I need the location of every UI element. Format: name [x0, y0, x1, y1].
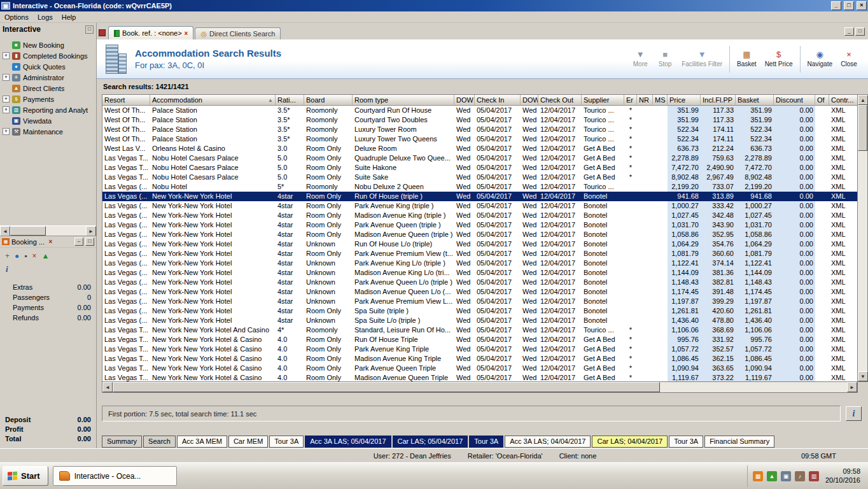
- horizontal-scrollbar-track[interactable]: [660, 382, 847, 392]
- table-row[interactable]: Las Vegas T...Nobu Hotel Caesars Palace5…: [102, 153, 857, 163]
- add-passenger-icon[interactable]: ▪: [24, 252, 27, 260]
- sidebar-item-payments[interactable]: +$Payments: [0, 94, 96, 104]
- scroll-right-icon[interactable]: ►: [847, 382, 857, 392]
- scroll-right-icon[interactable]: ►: [86, 226, 96, 236]
- scrollbar-thumb[interactable]: [10, 226, 46, 236]
- scroll-left-icon[interactable]: ◄: [0, 226, 10, 236]
- tab-menu-icon[interactable]: [99, 29, 106, 36]
- expand-plus-icon[interactable]: +: [3, 74, 10, 81]
- booking-info-icon[interactable]: i: [0, 264, 96, 276]
- stop-button[interactable]: ■Stop: [654, 45, 676, 74]
- bottom-tab-tour-3a-7[interactable]: Tour 3A: [469, 436, 503, 448]
- bottom-tab-car-las-05-04-2017-6[interactable]: Car LAS; 05/04/2017: [393, 436, 468, 448]
- column-header-nr[interactable]: NR: [637, 95, 653, 106]
- bottom-tab-acc-3a-las-04-04-2017-8[interactable]: Acc 3A LAS; 04/04/2017: [505, 436, 591, 448]
- expand-plus-icon[interactable]: +: [3, 106, 10, 113]
- table-row[interactable]: Las Vegas (...Nobu Hotel5*RoomonlyNobu D…: [102, 182, 857, 192]
- table-row[interactable]: Las Vegas (...New York-New York Hotel4st…: [102, 316, 857, 325]
- start-button[interactable]: Start: [3, 466, 48, 486]
- minimize-button[interactable]: _: [831, 1, 841, 10]
- sidebar-item-reporting-and-analytics[interactable]: +▥Reporting and Analyt: [0, 104, 96, 115]
- close-button[interactable]: ×: [857, 1, 867, 10]
- tray-chart-icon[interactable]: ▲: [767, 471, 777, 481]
- column-header-of[interactable]: Of: [815, 95, 829, 106]
- column-header-resort[interactable]: Resort: [102, 95, 150, 106]
- bottom-tab-car-mem-3[interactable]: Car MEM: [228, 436, 268, 448]
- menu-logs[interactable]: Logs: [33, 12, 57, 22]
- table-row[interactable]: West Of Th...Palace Station3.5*RoomonlyL…: [102, 134, 857, 144]
- menu-help[interactable]: Help: [57, 12, 81, 22]
- sidebar-item-maintenance[interactable]: +⚒Maintenance: [0, 126, 96, 137]
- column-header-accommodation[interactable]: Accommodation▲: [150, 95, 276, 106]
- vertical-scrollbar[interactable]: ▲ ▼: [858, 94, 868, 382]
- table-row[interactable]: Las Vegas (...New York-New York Hotel4st…: [102, 211, 857, 220]
- bottom-tab-summary-0[interactable]: Summary: [102, 436, 142, 448]
- taskbar-task-button[interactable]: Interactive - Ocea...: [53, 466, 177, 486]
- booking-maximize-button[interactable]: □: [85, 237, 94, 246]
- taskbar-clock[interactable]: 09:58 20/10/2016: [823, 467, 860, 485]
- restore-button[interactable]: □: [844, 1, 854, 10]
- table-row[interactable]: Las Vegas T...New York New York Hotel & …: [102, 344, 857, 354]
- bottom-tab-tour-3a-4[interactable]: Tour 3A: [269, 436, 304, 448]
- sidebar-item-quick-quotes[interactable]: ●Quick Quotes: [0, 61, 96, 72]
- table-row[interactable]: West Of Th...Palace Station3.5*RoomonlyC…: [102, 106, 857, 115]
- table-row[interactable]: Las Vegas (...New York-New York Hotel4st…: [102, 306, 857, 316]
- column-header-contr[interactable]: Contr...: [829, 95, 858, 106]
- add-icon[interactable]: +: [5, 252, 10, 260]
- menu-options[interactable]: Options: [0, 12, 33, 22]
- tab-close-icon[interactable]: ×: [185, 30, 188, 37]
- info-button[interactable]: i: [846, 406, 862, 421]
- column-header-incl-fl-pp[interactable]: Incl.Fl.PP: [701, 95, 736, 106]
- table-row[interactable]: West Of Th...Palace Station3.5*RoomonlyC…: [102, 115, 857, 125]
- table-row[interactable]: Las Vegas (...New York-New York Hotel4st…: [102, 287, 857, 297]
- mdi-minimize-button[interactable]: _: [844, 27, 854, 36]
- scrollbar-track[interactable]: [46, 226, 86, 236]
- panel-collapse-button[interactable]: □: [85, 25, 94, 34]
- bottom-tab-car-las-04-04-2017-9[interactable]: Car LAS; 04/04/2017: [592, 436, 668, 448]
- table-row[interactable]: Las Vegas (...New York-New York Hotel4st…: [102, 259, 857, 268]
- column-header-dow[interactable]: DOW: [454, 95, 475, 106]
- navigate-button[interactable]: ◉Navigate: [804, 45, 836, 74]
- export-icon[interactable]: ▲: [42, 252, 50, 260]
- column-header-rati[interactable]: Rati...: [276, 95, 304, 106]
- table-row[interactable]: Las Vegas (...New York-New York Hotel4st…: [102, 297, 857, 306]
- tab-booking-ref[interactable]: Book. ref. : <none> ×: [108, 26, 193, 39]
- bottom-tab-acc-3a-mem-2[interactable]: Acc 3A MEM: [177, 436, 227, 448]
- bottom-tab-search-1[interactable]: Search: [143, 436, 176, 448]
- column-header-board[interactable]: Board: [304, 95, 353, 106]
- table-row[interactable]: Las Vegas T...New York New York Hotel & …: [102, 373, 857, 382]
- table-row[interactable]: Las Vegas T...New York New York Hotel An…: [102, 325, 857, 335]
- sidebar-item-direct-clients[interactable]: ▲Direct Clients: [0, 83, 96, 94]
- column-header-supplier[interactable]: Supplier: [582, 95, 624, 106]
- expand-plus-icon[interactable]: +: [3, 96, 10, 103]
- column-header-basket[interactable]: Basket: [736, 95, 774, 106]
- horizontal-scrollbar-thumb[interactable]: [113, 382, 660, 392]
- mdi-restore-button[interactable]: □: [855, 27, 865, 36]
- column-header-discount[interactable]: Discount: [774, 95, 815, 106]
- expand-plus-icon[interactable]: +: [3, 52, 10, 59]
- table-row[interactable]: Las Vegas T...New York New York Hotel & …: [102, 335, 857, 344]
- booking-close-icon[interactable]: ×: [46, 237, 55, 246]
- table-row[interactable]: Las Vegas (...New York-New York Hotel4st…: [102, 268, 857, 278]
- sidebar-item-new-booking[interactable]: ■New Booking: [0, 39, 96, 50]
- tray-volume-icon[interactable]: ♪: [795, 471, 805, 481]
- table-row[interactable]: West Las V...Orleans Hotel & Casino3.0Ro…: [102, 144, 857, 153]
- scroll-down-icon[interactable]: ▼: [858, 371, 868, 381]
- scroll-up-icon[interactable]: ▲: [858, 95, 868, 105]
- table-row[interactable]: West Of Th...Palace Station3.5*RoomonlyL…: [102, 125, 857, 134]
- tray-network-icon[interactable]: ▥: [809, 471, 819, 481]
- column-header-price[interactable]: Price: [668, 95, 701, 106]
- vertical-scrollbar-track[interactable]: [858, 151, 867, 371]
- nett-price-button[interactable]: $Nett Price: [762, 45, 796, 74]
- booking-minimize-button[interactable]: –: [74, 237, 83, 246]
- bottom-tab-financial-summary-11[interactable]: Financial Summary: [704, 436, 774, 448]
- table-row[interactable]: Las Vegas (...New York-New York Hotel4st…: [102, 239, 857, 249]
- tray-display-icon[interactable]: ▣: [781, 471, 791, 481]
- close-button[interactable]: ×Close: [837, 45, 860, 74]
- table-row[interactable]: Las Vegas (...New York-New York Hotel4st…: [102, 201, 857, 211]
- expand-plus-icon[interactable]: +: [3, 128, 10, 135]
- scroll-left-icon[interactable]: ◄: [102, 382, 113, 392]
- column-header-dow[interactable]: DOW: [521, 95, 538, 106]
- facilities-filter-button[interactable]: ▼Facilities Filter: [678, 45, 725, 74]
- bottom-tab-tour-3a-10[interactable]: Tour 3A: [669, 436, 703, 448]
